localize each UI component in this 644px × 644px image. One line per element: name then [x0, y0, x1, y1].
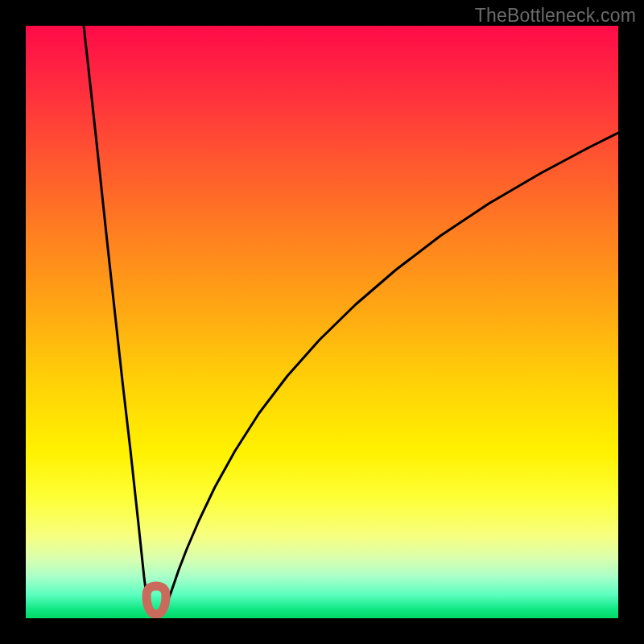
watermark-text: TheBottleneck.com	[475, 5, 636, 27]
chart-frame: TheBottleneck.com	[0, 0, 644, 644]
curve-right-branch	[163, 133, 618, 613]
anchor-loop	[147, 586, 166, 614]
curve-layer	[26, 26, 618, 618]
plot-area	[26, 26, 618, 618]
curve-left-branch	[84, 26, 153, 613]
